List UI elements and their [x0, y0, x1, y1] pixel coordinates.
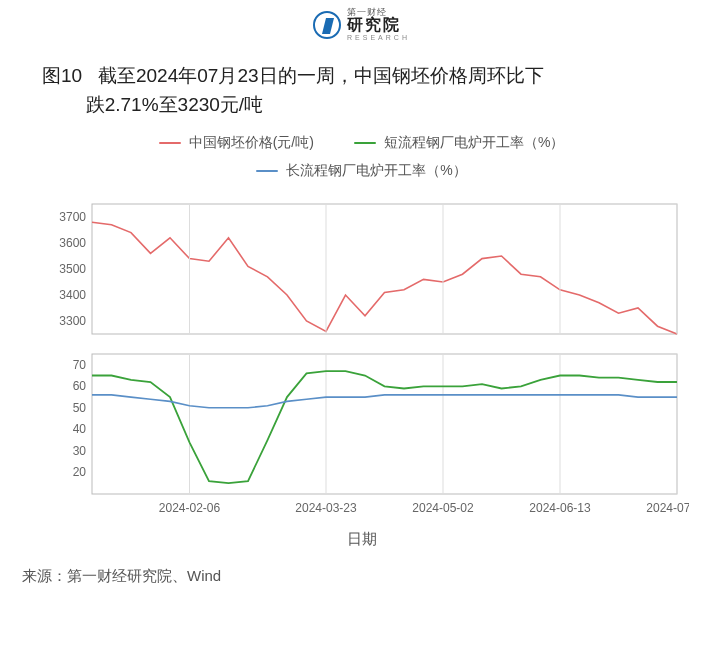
svg-text:60: 60 — [73, 379, 87, 393]
legend: 中国钢坯价格(元/吨) 短流程钢厂电炉开工率（%） 长流程钢厂电炉开工率（%） — [0, 134, 723, 190]
logo-sub: RESEARCH — [347, 34, 410, 41]
source-line: 来源：第一财经研究院、Wind — [0, 549, 723, 586]
chart-title: 图10 截至2024年07月23日的一周，中国钢坯价格周环比下 跌2.71%至3… — [0, 55, 723, 134]
svg-text:3300: 3300 — [59, 314, 86, 328]
title-line1: 截至2024年07月23日的一周，中国钢坯价格周环比下 — [98, 65, 544, 86]
logo-icon — [313, 11, 341, 39]
svg-text:2024-03-23: 2024-03-23 — [295, 501, 357, 515]
legend-item-price: 中国钢坯价格(元/吨) — [159, 134, 314, 152]
svg-rect-6 — [92, 354, 677, 494]
svg-text:3500: 3500 — [59, 262, 86, 276]
legend-label-3: 长流程钢厂电炉开工率（%） — [286, 162, 466, 180]
svg-text:2024-07-23: 2024-07-23 — [646, 501, 689, 515]
svg-text:40: 40 — [73, 422, 87, 436]
legend-item-short: 短流程钢厂电炉开工率（%） — [354, 134, 564, 152]
svg-text:30: 30 — [73, 444, 87, 458]
legend-label-2: 短流程钢厂电炉开工率（%） — [384, 134, 564, 152]
title-prefix: 图10 — [42, 65, 82, 86]
svg-text:2024-05-02: 2024-05-02 — [412, 501, 474, 515]
legend-swatch-blue — [256, 170, 278, 172]
chart-svg: 330034003500360037002030405060702024-02-… — [34, 196, 689, 526]
legend-label-1: 中国钢坯价格(元/吨) — [189, 134, 314, 152]
legend-item-long: 长流程钢厂电炉开工率（%） — [256, 162, 466, 180]
title-line2: 跌2.71%至3230元/吨 — [42, 94, 263, 115]
svg-rect-0 — [92, 204, 677, 334]
chart-area: 330034003500360037002030405060702024-02-… — [34, 196, 689, 549]
logo-mid: 研究院 — [347, 17, 410, 33]
svg-text:3600: 3600 — [59, 236, 86, 250]
legend-swatch-green — [354, 142, 376, 144]
svg-text:50: 50 — [73, 401, 87, 415]
x-axis-label: 日期 — [34, 530, 689, 549]
brand-logo: 第一财经 研究院 RESEARCH — [0, 0, 723, 55]
legend-swatch-red — [159, 142, 181, 144]
logo-text: 第一财经 研究院 RESEARCH — [347, 8, 410, 41]
svg-text:20: 20 — [73, 465, 87, 479]
svg-text:70: 70 — [73, 358, 87, 372]
svg-text:3700: 3700 — [59, 210, 86, 224]
svg-text:3400: 3400 — [59, 288, 86, 302]
svg-text:2024-02-06: 2024-02-06 — [159, 501, 221, 515]
svg-text:2024-06-13: 2024-06-13 — [529, 501, 591, 515]
